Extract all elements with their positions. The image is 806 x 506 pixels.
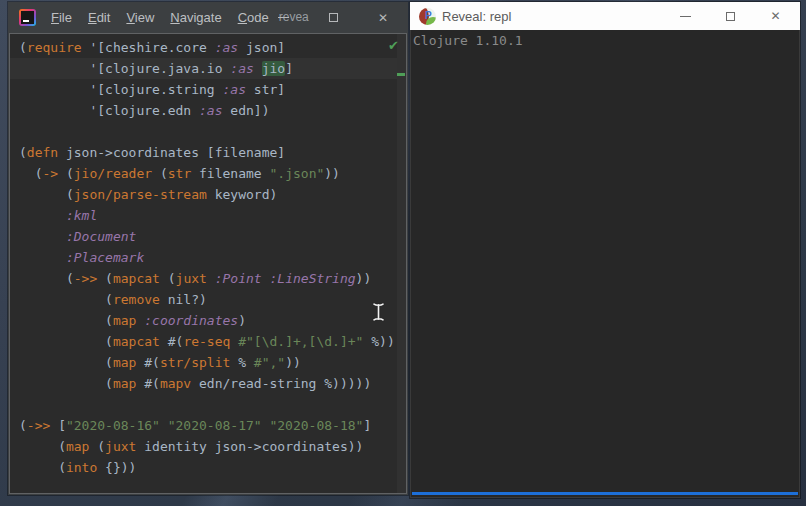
ide-window: File Edit View Navigate Code revea ✕ (re… [8, 2, 408, 495]
code-line [10, 121, 406, 142]
reveal-maximize-button[interactable] [708, 2, 753, 30]
code-line: :kml [10, 205, 406, 226]
code-area: (require '[cheshire.core :as json] '[clo… [10, 37, 406, 478]
reveal-app-icon: P [419, 8, 436, 25]
code-line: '[clojure.java.io :as jio] [10, 58, 406, 79]
code-editor[interactable]: (require '[cheshire.core :as json] '[clo… [9, 33, 407, 494]
maximize-icon [726, 12, 735, 21]
code-line: :Document [10, 226, 406, 247]
code-line: '[clojure.edn :as edn]) [10, 100, 406, 121]
ide-titlebar[interactable]: File Edit View Navigate Code revea ✕ [8, 2, 408, 33]
reveal-window: P Reveal: repl ✕ Clojure 1.10.1 [410, 2, 800, 498]
code-line: (->> (mapcat (juxt :Point :LineString)) [10, 268, 406, 289]
ide-window-controls: ✕ [258, 2, 408, 33]
reveal-icon-letter: P [425, 10, 432, 22]
inspections-check-icon[interactable]: ✔ [388, 39, 399, 52]
reveal-window-title: Reveal: repl [442, 9, 511, 24]
code-line: (require '[cheshire.core :as json] [10, 37, 406, 58]
close-icon: ✕ [770, 9, 780, 23]
repl-input-focus-bar[interactable] [412, 492, 798, 495]
reveal-minimize-button[interactable] [663, 2, 708, 30]
code-line: (-> (jio/reader (str filename ".json")) [10, 163, 406, 184]
repl-output-panel[interactable]: Clojure 1.10.1 [410, 30, 800, 498]
code-line: (json/parse-stream keyword) [10, 184, 406, 205]
menu-view[interactable]: View [118, 2, 162, 33]
code-line: :Placemark [10, 247, 406, 268]
code-line: (map #(str/split % #",")) [10, 352, 406, 373]
code-line: '[clojure.string :as str] [10, 79, 406, 100]
code-line: (defn json->coordinates [filename] [10, 142, 406, 163]
code-line [10, 394, 406, 415]
code-line: (map #(mapv edn/read-string %))))) [10, 373, 406, 394]
editor-scroll-stripe[interactable] [397, 34, 406, 493]
minimize-icon [278, 17, 289, 18]
ide-maximize-button[interactable] [308, 2, 358, 33]
ide-minimize-button[interactable] [258, 2, 308, 33]
menu-edit[interactable]: Edit [80, 2, 118, 33]
menu-file[interactable]: File [43, 2, 80, 33]
minimize-icon [680, 16, 691, 17]
code-line: (map (juxt identity json->coordinates)) [10, 436, 406, 457]
maximize-icon [329, 13, 338, 22]
code-line: (remove nil?) [10, 289, 406, 310]
intellij-app-icon [19, 9, 36, 26]
reveal-window-controls: ✕ [663, 2, 798, 30]
occurrence-marker[interactable] [397, 73, 405, 76]
menu-navigate[interactable]: Navigate [162, 2, 229, 33]
close-icon: ✕ [378, 11, 388, 25]
ide-close-button[interactable]: ✕ [358, 2, 408, 33]
code-line: (mapcat #(re-seq #"[\d.]+,[\d.]+" %)) [10, 331, 406, 352]
repl-output-text: Clojure 1.10.1 [411, 30, 799, 48]
code-line: (->> ["2020-08-16" "2020-08-17" "2020-08… [10, 415, 406, 436]
reveal-titlebar[interactable]: P Reveal: repl ✕ [410, 2, 800, 30]
code-line: (into {})) [10, 457, 406, 478]
reveal-close-button[interactable]: ✕ [753, 2, 798, 30]
desktop: { "colors": { "titlebar_bg": "#3c3f41", … [0, 0, 806, 506]
code-line: (map :coordinates) [10, 310, 406, 331]
